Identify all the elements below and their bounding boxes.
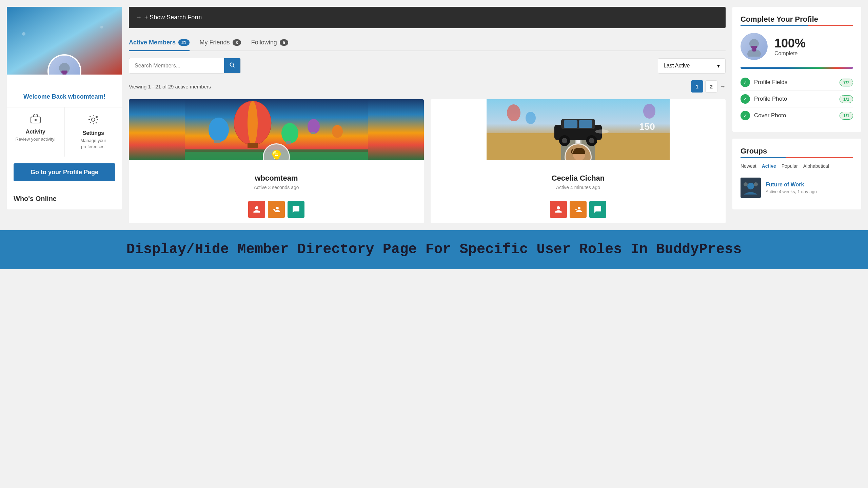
member-info: Cecelia Cichan Active 4 minutes ago [431, 160, 726, 201]
group-item: Future of Work Active 4 weeks, 1 day ago [741, 174, 853, 201]
page-2-button[interactable]: 2 [705, 80, 717, 93]
plus-icon: + [137, 14, 141, 21]
search-submit-button[interactable] [224, 58, 240, 73]
add-friend-button[interactable] [570, 201, 587, 218]
message-button[interactable] [589, 201, 606, 218]
chevron-down-icon: ▾ [717, 63, 720, 69]
banner-text: Display/Hide Member Directory Page For S… [14, 240, 854, 259]
profile-photo-label: Profile Photo [754, 96, 787, 102]
member-actions [129, 201, 424, 223]
settings-action[interactable]: Settings Manage your preferences! [65, 107, 122, 157]
svg-point-11 [248, 101, 258, 145]
svg-point-6 [92, 118, 95, 121]
bottom-banner: Display/Hide Member Directory Page For S… [0, 230, 868, 269]
profile-page-button[interactable]: Go to your Profile Page [14, 163, 115, 181]
member-avatar-wbcomteam: 💡 [263, 143, 290, 160]
svg-rect-36 [579, 120, 592, 128]
member-name: Cecelia Cichan [436, 174, 720, 183]
view-profile-button[interactable] [248, 201, 265, 218]
svg-point-37 [595, 129, 609, 134]
viewing-text: Viewing 1 - 21 of 29 active members [129, 84, 211, 89]
complete-avatar [741, 33, 768, 60]
group-info: Future of Work Active 4 weeks, 1 day ago [766, 182, 817, 194]
check-icon: ✓ [741, 111, 750, 120]
member-active-time: Active 4 minutes ago [436, 185, 720, 190]
complete-profile-title: Complete Your Profile [741, 15, 853, 24]
member-card: 150 [431, 99, 726, 223]
members-grid: 💡 wbcomteam Active 3 seconds ago [129, 99, 726, 223]
cover-photo-badge: 1/1 [840, 112, 853, 120]
settings-icon [68, 114, 119, 127]
whos-online-section: Who's Online [7, 188, 122, 209]
complete-percent: 100% [774, 36, 806, 50]
profile-cover [7, 7, 122, 75]
profile-info: Welcome Back wbcomteam! [7, 75, 122, 107]
viewing-row: Viewing 1 - 21 of 29 active members 1 2 … [129, 80, 726, 93]
search-form-label: + Show Search Form [144, 14, 202, 21]
member-actions [431, 201, 726, 223]
groups-tab-popular[interactable]: Popular [782, 163, 798, 169]
profile-card: Welcome Back wbcomteam! Activity Review … [7, 7, 122, 188]
complete-avatar-row: 100% Complete [741, 33, 853, 60]
groups-divider [741, 157, 853, 158]
check-icon: ✓ [741, 78, 750, 87]
groups-tab-active[interactable]: Active [762, 163, 776, 169]
group-name[interactable]: Future of Work [766, 182, 817, 188]
progress-bar [741, 67, 853, 69]
profile-photo-item: ✓ Profile Photo 1/1 [741, 91, 853, 107]
svg-point-48 [747, 183, 754, 189]
add-friend-button[interactable] [268, 201, 285, 218]
section-divider [741, 25, 853, 26]
member-cover-2: 150 [431, 99, 726, 160]
whos-online-title: Who's Online [14, 195, 115, 203]
tab-my-friends[interactable]: My Friends 3 [200, 35, 241, 51]
view-profile-button[interactable] [550, 201, 567, 218]
page-1-button[interactable]: 1 [691, 80, 703, 93]
my-friends-badge: 3 [233, 39, 241, 46]
tab-active-members[interactable]: Active Members 21 [129, 35, 190, 51]
svg-text:150: 150 [639, 121, 655, 132]
svg-point-40 [526, 112, 536, 124]
member-cover-1: 💡 [129, 99, 424, 160]
member-info: wbcomteam Active 3 seconds ago [129, 160, 424, 201]
svg-point-49 [744, 182, 748, 186]
groups-tab-newest[interactable]: Newest [741, 163, 756, 169]
groups-tab-alphabetical[interactable]: Alphabetical [803, 163, 829, 169]
tab-following[interactable]: Following 5 [251, 35, 288, 51]
activity-action[interactable]: Activity Review your activity! [7, 107, 65, 157]
members-controls: Last Active ▾ [129, 58, 726, 74]
profile-fields-label: Profile Fields [754, 79, 787, 86]
complete-label: Complete [774, 50, 806, 57]
svg-point-5 [35, 119, 37, 121]
svg-point-41 [643, 104, 655, 119]
svg-point-50 [754, 182, 758, 186]
search-input[interactable] [129, 59, 224, 73]
svg-point-33 [562, 138, 567, 143]
svg-point-20 [332, 125, 343, 138]
profile-fields-badge: 7/7 [840, 79, 853, 86]
activity-icon [10, 114, 61, 126]
avatar [47, 54, 81, 75]
groups-tabs: Newest Active Popular Alphabetical [741, 163, 853, 169]
svg-point-39 [507, 104, 520, 121]
cover-photo-label: Cover Photo [754, 112, 786, 119]
next-page-button[interactable]: → [719, 83, 726, 90]
member-avatar: 💡 [263, 143, 290, 160]
svg-rect-35 [564, 120, 577, 128]
svg-point-14 [209, 118, 229, 142]
show-search-form-bar[interactable]: + + Show Search Form [129, 7, 726, 28]
member-active-time: Active 3 seconds ago [134, 185, 418, 190]
message-button[interactable] [288, 201, 304, 218]
svg-point-7 [96, 116, 98, 118]
sort-dropdown[interactable]: Last Active ▾ [658, 58, 726, 74]
group-avatar [741, 178, 761, 198]
tabs-row: Active Members 21 My Friends 3 Following… [129, 35, 726, 51]
left-sidebar: Welcome Back wbcomteam! Activity Review … [7, 7, 122, 223]
member-name: wbcomteam [134, 174, 418, 183]
svg-rect-3 [61, 70, 67, 74]
profile-fields-item: ✓ Profile Fields 7/7 [741, 74, 853, 91]
pagination: 1 2 → [691, 80, 726, 93]
group-active-time: Active 4 weeks, 1 day ago [766, 189, 817, 194]
profile-actions: Activity Review your activity! Settings … [7, 107, 122, 157]
welcome-text: Welcome Back wbcomteam! [14, 93, 115, 100]
